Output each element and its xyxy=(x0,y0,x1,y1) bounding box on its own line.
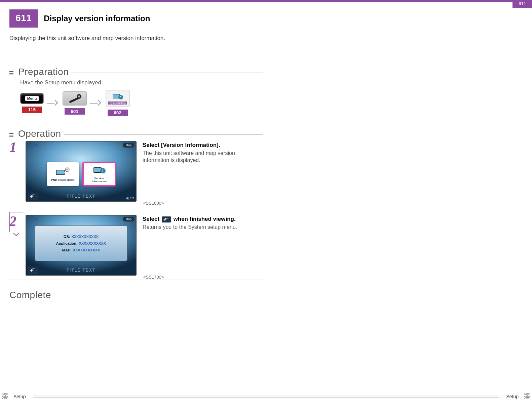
top-bar xyxy=(0,0,532,2)
map-label: MAP: xyxy=(62,248,72,252)
complete-heading: Complete xyxy=(9,290,51,300)
system-button-label: System Setting xyxy=(108,101,127,105)
version-panel: OS:XXXXXXXXXXX Application:XXXXXXXXXXX M… xyxy=(35,226,127,261)
step-1-instruction: Select [Version Information]. xyxy=(143,142,263,149)
prep-icon-menu: Menu 115 xyxy=(20,93,44,113)
pager-prev-icon xyxy=(126,197,128,200)
settings-button[interactable] xyxy=(63,91,87,106)
step-2-description: Returns you to the System setup menu. xyxy=(143,224,250,231)
system-setting-button[interactable]: System Setting xyxy=(106,90,130,107)
svg-rect-7 xyxy=(56,170,64,174)
step-1-number: 1 xyxy=(9,139,23,202)
back-arrow-icon xyxy=(30,268,36,272)
wrench-icon xyxy=(66,93,84,105)
step-1-screenshot: 12:34 Map PND DEMO MODE xyxy=(26,141,137,202)
version-info-button[interactable]: i Version Information xyxy=(83,162,115,186)
footer-page-right: page 289 xyxy=(522,393,532,400)
ref-602[interactable]: 602 xyxy=(108,110,127,116)
step-2-screen-ref: <SS1700> xyxy=(143,275,164,280)
section-title: Display version information xyxy=(44,14,150,23)
operation-heading: Operation xyxy=(9,128,263,139)
footer-page-left-num: 288 xyxy=(0,396,10,400)
step-connector xyxy=(9,212,23,232)
ref-601[interactable]: 601 xyxy=(65,108,84,115)
arrow-icon xyxy=(47,98,59,108)
step-1-screen-ref: <SS1000> xyxy=(143,201,164,206)
preparation-text: Have the Setup menu displayed. xyxy=(20,79,103,86)
back-arrow-icon xyxy=(30,194,36,198)
heading-rule xyxy=(71,70,263,74)
step-2-instruction: Select when finished viewing. xyxy=(143,216,263,222)
info-icon: i xyxy=(91,165,108,175)
os-label: OS: xyxy=(64,235,70,239)
ss2-clock: 12:34 xyxy=(29,217,38,221)
step-2: 2 12:34 Map OS:XXXXXXXXXXX Application:X… xyxy=(9,215,263,280)
footer-chapter-right: Setup xyxy=(506,394,519,399)
footer: page 288 Setup Setup page 289 xyxy=(0,392,532,402)
ss1-clock: 12:34 xyxy=(29,144,38,147)
pnd-demo-label: PND DEMO MODE xyxy=(51,178,74,181)
step-1: 1 12:34 Map PND DEMO MODE xyxy=(9,141,263,206)
menu-button-label: Menu xyxy=(25,96,39,101)
footer-rule xyxy=(33,395,500,398)
arrow-icon xyxy=(90,98,102,108)
version-info-label-2: Information xyxy=(92,180,107,183)
app-label: Application: xyxy=(56,241,78,245)
ss2-map-button[interactable]: Map xyxy=(123,217,134,221)
ss1-title: TITLE TEXT xyxy=(67,194,96,199)
footer-page-right-num: 289 xyxy=(522,396,532,400)
version-info-label-1: Version xyxy=(94,177,104,180)
system-icon xyxy=(112,92,123,100)
section-number: 611 xyxy=(9,9,38,28)
footer-chapter-left: Setup xyxy=(13,394,26,399)
svg-point-2 xyxy=(78,95,80,97)
step-2-instruction-suffix: when finished viewing. xyxy=(174,216,236,222)
preparation-icons: Menu 115 601 System Setting 602 xyxy=(20,90,130,116)
ss1-map-button[interactable]: Map xyxy=(123,143,134,148)
ref-115[interactable]: 115 xyxy=(22,107,42,113)
preparation-heading: Preparation xyxy=(9,67,263,77)
back-icon-inline xyxy=(162,216,171,222)
prep-icon-tool: 601 xyxy=(63,91,87,115)
heading-rule xyxy=(64,132,263,135)
map-value: XXXXXXXXXXX xyxy=(73,248,100,252)
header: 611 Display version information xyxy=(9,9,150,28)
os-value: XXXXXXXXXXX xyxy=(71,235,99,239)
ss1-pager[interactable]: 2/2 xyxy=(126,197,134,200)
preparation-label: Preparation xyxy=(15,67,71,77)
heading-bars-icon xyxy=(9,133,13,135)
ss2-title: TITLE TEXT xyxy=(67,268,96,273)
step-2-instruction-prefix: Select xyxy=(143,216,161,222)
top-page-tab: 611 xyxy=(512,0,532,8)
app-value: XXXXXXXXXXX xyxy=(79,241,106,245)
step-1-description: The this unit software and map version i… xyxy=(143,150,250,164)
ss1-back-button[interactable] xyxy=(28,193,38,200)
pager-text: 2/2 xyxy=(130,197,134,200)
step-2-screenshot: 12:34 Map OS:XXXXXXXXXXX Application:XXX… xyxy=(26,215,137,276)
pnd-demo-button[interactable]: PND DEMO MODE xyxy=(47,162,79,186)
svg-text:i: i xyxy=(102,169,103,173)
svg-rect-10 xyxy=(94,168,101,172)
operation-label: Operation xyxy=(15,128,64,139)
menu-button[interactable]: Menu xyxy=(20,93,44,104)
device-icon xyxy=(54,167,71,177)
heading-bars-icon xyxy=(9,71,13,73)
intro-text: Displaying the this unit software and ma… xyxy=(9,35,165,42)
ss2-back-button[interactable] xyxy=(28,267,38,274)
footer-page-left: page 288 xyxy=(0,393,10,400)
prep-icon-system: System Setting 602 xyxy=(106,90,130,116)
